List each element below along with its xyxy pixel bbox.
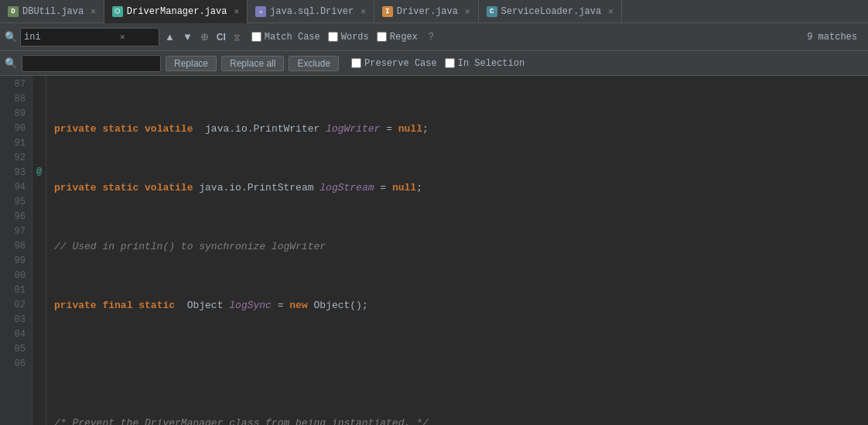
search-options: Match Case Words Regex ? [251,32,437,43]
code-line-89: // Used in println() to synchronize logW… [54,239,868,254]
code-content[interactable]: private static volatile java.io.PrintWri… [46,76,868,425]
search-bar: 🔍 ✕ ▲ ▼ ⊕ CI ⧖ Match Case Words Regex ? … [0,23,868,51]
tab-close-dm[interactable]: ✕ [234,6,239,16]
tab-close-dr[interactable]: ✕ [465,6,470,16]
help-button[interactable]: ? [425,32,437,43]
in-selection-option[interactable]: In Selection [445,58,525,69]
toggle-regex-icon[interactable]: ⊕ [198,29,211,44]
replace-button[interactable]: Replace [166,56,217,71]
tab-label-dr: Driver.java [397,6,458,17]
replace-bar: 🔍 Replace Replace all Exclude Preserve C… [0,51,868,76]
search-input[interactable] [24,32,117,43]
tab-icon-dm: ⬡ [112,6,123,17]
search-input-wrap: ✕ [20,28,159,46]
tab-close-sl[interactable]: ✕ [608,6,613,16]
code-line-87: private static volatile java.io.PrintWri… [54,122,868,136]
code-area: 87 88 89 90 91 92 93 94 95 96 97 98 99 0… [0,76,868,425]
tab-icon-dr: I [382,6,393,17]
words-checkbox[interactable] [328,32,338,42]
gutter: @ [32,76,46,425]
next-match-button[interactable]: ▼ [180,29,195,44]
tab-icon-sl: C [487,6,497,17]
gutter-icon-93: @ [32,164,46,179]
tab-serviceloader[interactable]: C ServiceLoader.java ✕ [479,0,622,23]
search-icon: 🔍 [5,31,17,43]
tab-icon-dbutil: D [8,6,19,17]
exclude-button[interactable]: Exclude [289,56,339,71]
tabs-bar: D DBUtil.java ✕ ⬡ DriverManager.java ✕ ☕… [0,0,868,23]
code-line-88: private static volatile java.io.PrintStr… [54,180,868,195]
match-case-checkbox[interactable] [251,32,261,42]
clear-search-icon[interactable]: ✕ [120,32,125,42]
in-selection-checkbox[interactable] [445,58,455,68]
tab-label-dbutil: DBUtil.java [22,6,84,17]
tab-close-dbutil[interactable]: ✕ [91,6,96,16]
replace-icon: 🔍 [5,57,17,70]
replace-input[interactable] [26,58,149,69]
tab-driver[interactable]: I Driver.java ✕ [374,0,479,23]
code-line-90: private final static Object logSync = ne… [54,298,868,313]
filter-icon[interactable]: ⧖ [231,30,242,44]
matches-count: 9 matches [807,32,863,43]
prev-match-button[interactable]: ▲ [162,29,177,44]
tab-drivermanager[interactable]: ⬡ DriverManager.java ✕ [104,0,248,23]
replace-input-wrap [22,55,161,72]
tab-dbutil[interactable]: D DBUtil.java ✕ [0,0,104,23]
match-case-option[interactable]: Match Case [251,32,320,43]
code-line-92: /* Prevent the DriverManager class from … [54,416,868,425]
tab-label-sl: ServiceLoader.java [501,6,602,17]
preserve-case-checkbox[interactable] [351,58,361,68]
tab-icon-js: ☕ [255,6,266,17]
line-numbers: 87 88 89 90 91 92 93 94 95 96 97 98 99 0… [0,76,32,425]
preserve-case-option[interactable]: Preserve Case [351,58,437,69]
regex-checkbox[interactable] [377,32,387,42]
tab-javasql[interactable]: ☕ java.sql.Driver ✕ [248,0,374,23]
replace-options: Preserve Case In Selection [351,58,525,69]
regex-option[interactable]: Regex [377,32,418,43]
words-option[interactable]: Words [328,32,369,43]
replace-all-button[interactable]: Replace all [221,56,284,71]
code-line-91 [54,357,868,372]
ci-button[interactable]: CI [214,30,228,44]
tab-close-js[interactable]: ✕ [361,6,366,16]
tab-label-dm: DriverManager.java [127,6,227,17]
tab-label-js: java.sql.Driver [270,6,354,17]
